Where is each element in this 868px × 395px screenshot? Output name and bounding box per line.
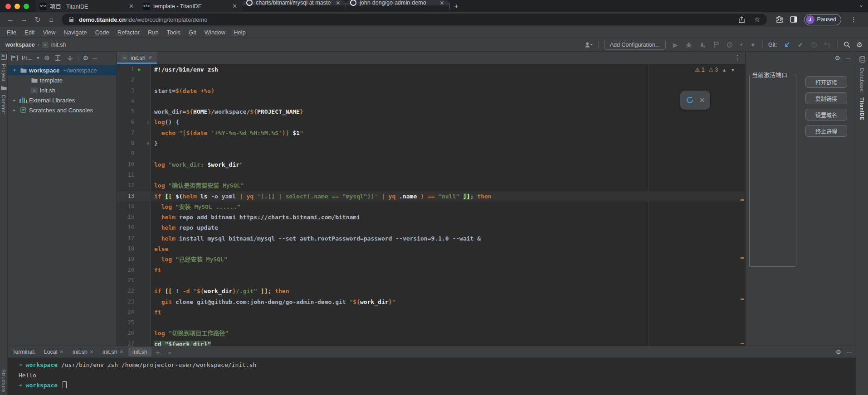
git-update-icon[interactable] [783,41,791,49]
fold-marker-icon[interactable]: ⊖ [146,138,149,149]
close-tab-icon[interactable]: ✕ [231,3,238,10]
run-with-coverage-icon[interactable] [712,41,720,49]
tree-chevron-icon[interactable]: ▾ [11,68,18,72]
run-line-icon[interactable]: ▶ [138,64,141,75]
expand-all-icon[interactable] [54,54,62,62]
profile-badge[interactable]: J Paused [804,14,841,25]
reload-floating-widget[interactable]: ✕ [680,91,710,110]
next-problem-chevron-icon[interactable]: ▼ [731,67,735,72]
hide-panel-icon[interactable]: ─ [93,54,97,62]
tree-item-scratches-and-consoles[interactable]: ▸Scratches and Consoles [8,105,117,115]
browser-menu-icon[interactable]: ⋮ [848,15,860,24]
commit-folder-icon[interactable] [1,86,7,91]
tree-item-init-sh[interactable]: >init.sh [8,85,117,95]
share-icon[interactable] [738,15,746,24]
editor-tabs-more-icon[interactable]: ⋮ [734,54,741,61]
settings-gear-icon[interactable]: ⚙ [857,41,863,49]
port-action-button-2[interactable]: 设置域名 [805,109,847,120]
close-tab-icon[interactable]: ✕ [120,349,123,354]
terminal-tab[interactable]: init.sh✕ [68,347,98,356]
menu-item-navigate[interactable]: Navigate [59,29,91,36]
port-action-button-0[interactable]: 打开链接 [805,76,847,88]
tab-search-chevron-icon[interactable]: ⌄ [859,2,863,8]
user-dropdown-icon[interactable] [585,41,593,49]
tree-item-workspace[interactable]: ▾workspace~/workspace [8,65,117,75]
run-options-chevron-icon[interactable]: ▼ [739,43,743,47]
browser-tab[interactable]: <t>项目 - TitanIDE✕ [35,0,139,12]
menu-item-run[interactable]: Run [144,29,163,36]
menu-item-code[interactable]: Code [91,29,113,36]
search-everywhere-icon[interactable] [843,41,851,49]
tree-chevron-icon[interactable]: ▸ [11,108,18,112]
terminal-hide-icon[interactable]: ─ [847,348,851,356]
terminal-tab[interactable]: init.sh✕ [98,347,127,356]
close-tab-icon[interactable]: ✕ [439,0,445,6]
back-icon[interactable]: ← [5,15,16,24]
profiler-clock-icon[interactable] [726,41,734,49]
fold-marker-icon[interactable]: ⊖ [146,117,149,127]
locate-file-icon[interactable]: ⊕ [44,54,50,62]
menu-item-help[interactable]: Help [229,29,250,36]
sync-refresh-icon[interactable] [686,96,694,104]
window-controls[interactable] [0,0,35,12]
menu-item-view[interactable]: View [39,29,59,36]
home-icon[interactable]: ⌂ [45,15,57,24]
debug-bug-icon[interactable] [685,41,693,49]
address-bar[interactable]: demo.titanide.cn/ide/web/coding/template… [62,14,767,25]
new-terminal-icon[interactable]: ＋ [152,347,164,356]
project-view-icon[interactable] [11,55,18,61]
sidebar-item-commit[interactable]: Commit [1,95,6,114]
sidebar-item-titanide[interactable]: TitanIDE [859,97,865,120]
active-ports-list[interactable] [749,75,796,267]
window-zoom-button[interactable] [24,4,29,9]
warning-stripe-mark[interactable] [741,299,744,300]
sidebar-item-database[interactable]: Database [859,68,865,92]
extensions-puzzle-icon[interactable] [775,15,783,24]
terminal-dropdown-chevron-icon[interactable]: ⌄ [165,348,175,355]
menu-item-window[interactable]: Window [200,29,229,36]
profiler-bug-icon[interactable] [698,41,707,49]
git-history-clock-icon[interactable] [810,41,818,49]
code-editor[interactable]: 1▶#!/usr/bin/env zsh23start=$(date +%s)4… [117,64,745,346]
warning-stripe-mark[interactable] [741,199,744,201]
warning-stripe-mark[interactable] [741,257,744,259]
breadcrumb-project[interactable]: workspace [5,42,35,48]
project-view-selector[interactable]: Pr... [22,55,32,61]
terminal-settings-gear-icon[interactable]: ⚙ [836,348,842,356]
editor-tab-init-sh[interactable]: > init.sh ✕ [117,52,157,64]
git-commit-check-icon[interactable]: ✓ [796,41,805,49]
browser-tab[interactable]: <t>template - TitanIDE✕ [139,0,242,12]
menu-item-git[interactable]: Git [185,29,200,36]
tree-item-external-libraries[interactable]: ▸External Libraries [8,95,117,105]
new-tab-button[interactable]: + [450,0,463,12]
side-panel-icon[interactable] [790,15,798,24]
menu-item-file[interactable]: File [3,29,20,36]
terminal-tab[interactable]: init.sh [128,347,151,356]
sidebar-item-structure[interactable]: Structure [1,369,6,392]
close-tab-icon[interactable]: ✕ [90,349,93,354]
forward-icon[interactable]: → [18,15,30,24]
add-configuration-button[interactable]: Add Configuration... [604,40,666,50]
window-close-button[interactable] [5,4,11,9]
close-tab-icon[interactable]: ✕ [60,349,63,354]
close-tab-icon[interactable]: ✕ [335,0,341,6]
browser-tab[interactable]: john-deng/go-admin-demo✕ [346,0,449,5]
stop-icon[interactable]: ■ [749,41,757,49]
panel-settings-gear-icon[interactable]: ⚙ [83,54,89,62]
sidebar-item-project[interactable]: Project [1,64,6,82]
project-view-chevron-icon[interactable]: ▼ [36,56,40,60]
tree-chevron-icon[interactable]: ▸ [11,98,18,102]
collapse-all-icon[interactable] [66,54,74,62]
git-rollback-icon[interactable] [824,41,832,49]
warning-stripe-mark[interactable] [741,343,744,344]
panel-gear-icon[interactable]: ⚙ [835,54,841,62]
dismiss-close-icon[interactable]: ✕ [699,96,705,104]
menu-item-edit[interactable]: Edit [20,29,39,36]
terminal-tab[interactable]: Local✕ [40,347,68,356]
close-tab-icon[interactable]: ✕ [148,55,152,61]
database-icon[interactable] [859,56,865,63]
bookmark-star-icon[interactable]: ☆ [753,15,761,24]
breadcrumb[interactable]: workspace › > init.sh [5,42,66,48]
menu-item-tools[interactable]: Tools [163,29,185,36]
breadcrumb-file[interactable]: init.sh [51,42,66,48]
